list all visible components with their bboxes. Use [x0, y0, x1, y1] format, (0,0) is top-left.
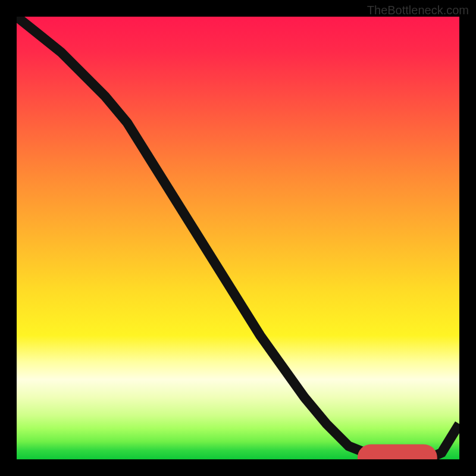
marker-dot — [405, 456, 408, 459]
chart-container: TheBottleneck.com — [0, 0, 476, 476]
plot-area — [17, 17, 459, 459]
bottleneck-curve — [17, 17, 459, 458]
marker-dot — [383, 456, 386, 459]
line-layer — [17, 17, 459, 459]
optimal-markers — [368, 455, 427, 459]
attribution-text: TheBottleneck.com — [367, 4, 469, 17]
